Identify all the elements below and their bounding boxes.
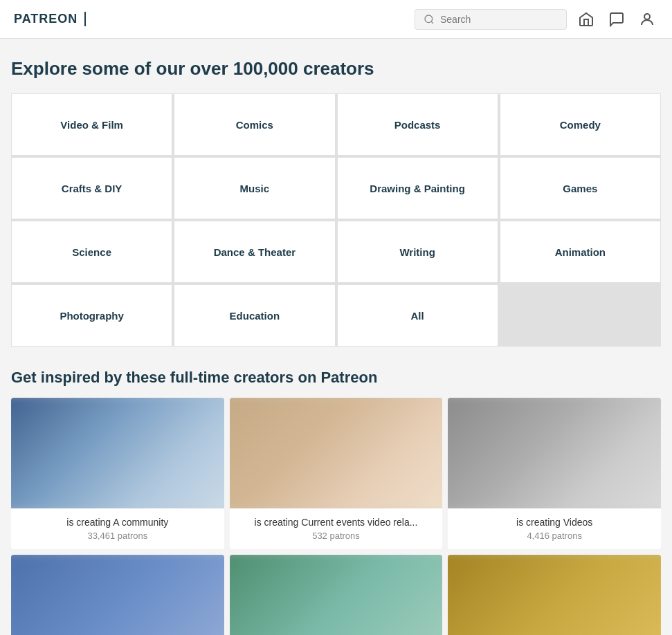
creator-image-creator-1 — [11, 398, 224, 508]
creator-card-creator-3[interactable]: is creating Videos4,416 patrons — [448, 398, 661, 549]
explore-title: Explore some of our over 100,000 creator… — [11, 58, 661, 80]
category-label-crafts-diy: Crafts & DIY — [55, 183, 129, 194]
category-label-science: Science — [65, 246, 118, 258]
creator-patrons-creator-2: 532 patrons — [238, 531, 435, 541]
creator-image-creator-6 — [448, 555, 661, 635]
search-icon — [424, 14, 435, 25]
category-label-all: All — [404, 310, 431, 322]
inspired-title: Get inspired by these full-time creators… — [11, 369, 661, 387]
category-cell-education[interactable]: Education — [174, 285, 334, 346]
creator-patrons-creator-3: 4,416 patrons — [456, 531, 653, 541]
category-cell-comics[interactable]: Comics — [174, 94, 334, 155]
category-label-comics: Comics — [229, 119, 280, 131]
creator-description-creator-3: is creating Videos — [456, 517, 653, 528]
creator-description-creator-2: is creating Current events video rela... — [238, 517, 435, 528]
creator-card-creator-2[interactable]: is creating Current events video rela...… — [230, 398, 443, 549]
category-label-comedy: Comedy — [553, 119, 608, 131]
category-cell-photography[interactable]: Photography — [12, 285, 172, 346]
category-cell-games[interactable]: Games — [500, 158, 660, 219]
category-cell-dance-theater[interactable]: Dance & Theater — [174, 221, 334, 282]
category-label-education: Education — [223, 310, 287, 322]
svg-line-1 — [431, 21, 433, 24]
profile-button[interactable] — [636, 8, 658, 30]
category-label-video-film: Video & Film — [53, 119, 130, 131]
creators-grid: is creating A community33,461 patronsis … — [11, 398, 661, 635]
category-cell-music[interactable]: Music — [174, 158, 334, 219]
category-cell-video-film[interactable]: Video & Film — [12, 94, 172, 155]
creator-card-creator-6[interactable] — [448, 555, 661, 635]
creator-image-creator-4 — [11, 555, 224, 635]
category-cell-crafts-diy[interactable]: Crafts & DIY — [12, 158, 172, 219]
category-grid: Video & FilmComicsPodcastsComedyCrafts &… — [11, 93, 661, 347]
category-cell-animation[interactable]: Animation — [500, 221, 660, 282]
creator-description-creator-1: is creating A community — [19, 517, 216, 528]
category-cell-writing[interactable]: Writing — [338, 221, 498, 282]
category-label-games: Games — [556, 183, 604, 194]
category-label-animation: Animation — [548, 246, 612, 258]
creator-patrons-creator-1: 33,461 patrons — [19, 531, 216, 541]
category-cell-podcasts[interactable]: Podcasts — [338, 94, 498, 155]
category-label-photography: Photography — [53, 310, 131, 322]
category-label-music: Music — [233, 183, 277, 194]
category-label-podcasts: Podcasts — [388, 119, 448, 131]
messages-button[interactable] — [606, 8, 628, 30]
creator-card-creator-1[interactable]: is creating A community33,461 patrons — [11, 398, 224, 549]
logo[interactable]: PATREON — [14, 12, 86, 26]
svg-point-0 — [425, 15, 433, 23]
header: PATREON — [0, 0, 672, 39]
home-button[interactable] — [575, 8, 597, 30]
creator-card-creator-5[interactable] — [230, 555, 443, 635]
creator-image-creator-3 — [448, 398, 661, 508]
category-cell-science[interactable]: Science — [12, 221, 172, 282]
category-cell-comedy[interactable]: Comedy — [500, 94, 660, 155]
creator-card-creator-4[interactable] — [11, 555, 224, 635]
creator-image-creator-5 — [230, 555, 443, 635]
main-content: Explore some of our over 100,000 creator… — [0, 39, 672, 635]
search-container[interactable] — [415, 9, 567, 30]
category-label-writing: Writing — [392, 246, 442, 258]
category-label-drawing-painting: Drawing & Painting — [363, 183, 472, 194]
category-cell-drawing-painting[interactable]: Drawing & Painting — [338, 158, 498, 219]
svg-point-2 — [644, 14, 650, 19]
category-cell-all[interactable]: All — [338, 285, 498, 346]
search-input[interactable] — [440, 14, 558, 25]
creator-image-creator-2 — [230, 398, 443, 508]
category-label-dance-theater: Dance & Theater — [207, 246, 302, 258]
